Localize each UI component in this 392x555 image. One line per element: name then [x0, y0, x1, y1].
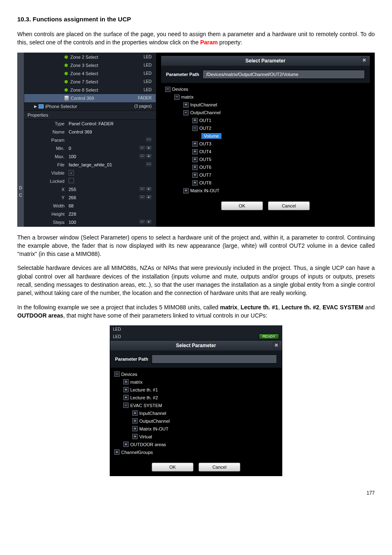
- expand-icon[interactable]: ▶: [34, 104, 37, 108]
- spinner-minus[interactable]: −: [139, 187, 145, 192]
- tree-node[interactable]: +matrix: [110, 378, 282, 386]
- tree-node[interactable]: −Devices: [110, 370, 282, 378]
- side-badge-d[interactable]: D: [18, 184, 23, 192]
- tree-node-label: OUT3: [199, 141, 211, 146]
- tree-node[interactable]: +OUT7: [161, 171, 370, 179]
- param-path-label: Parameter Path: [115, 357, 148, 362]
- tree-node[interactable]: +Matrix IN-OUT: [110, 425, 282, 433]
- tree-node[interactable]: +OUTDOOR areas: [110, 440, 282, 448]
- tree-node[interactable]: +Lecture th. #1: [110, 386, 282, 394]
- text: When controls are placed on the surface …: [17, 31, 375, 46]
- tree-toggle-icon[interactable]: −: [114, 371, 120, 377]
- tree-node[interactable]: +OUT8: [161, 179, 370, 187]
- side-badge-c[interactable]: C: [18, 192, 23, 199]
- spinner-minus[interactable]: −: [139, 146, 145, 151]
- control-list-row[interactable]: ▶iPhone Selector(3 pages): [24, 102, 156, 111]
- spinner-minus[interactable]: −: [139, 195, 145, 200]
- parameter-tree[interactable]: −Devices+matrix+Lecture th. #1+Lecture t…: [110, 368, 282, 458]
- property-value[interactable]: fader_large_white_01: [69, 162, 146, 167]
- tree-toggle-icon[interactable]: +: [132, 426, 138, 431]
- checkbox[interactable]: ✓: [69, 170, 74, 175]
- ok-button[interactable]: OK: [221, 201, 263, 210]
- tree-toggle-icon[interactable]: +: [192, 149, 198, 154]
- tree-toggle-icon[interactable]: +: [123, 442, 129, 447]
- cancel-button[interactable]: Cancel: [268, 201, 310, 210]
- tree-toggle-icon[interactable]: +: [192, 157, 198, 162]
- control-list-row[interactable]: Zone 7 SelectLED: [24, 78, 156, 86]
- tree-node[interactable]: +OUT6: [161, 164, 370, 171]
- tree-node[interactable]: +InputChannel: [161, 101, 370, 109]
- browse-button[interactable]: ⋯: [146, 138, 152, 143]
- tree-node[interactable]: Volume: [161, 132, 370, 140]
- tree-node[interactable]: −OUT2: [161, 124, 370, 132]
- tree-node[interactable]: −EVAC SYSTEM: [110, 401, 282, 409]
- spinner-minus[interactable]: −: [139, 154, 145, 159]
- param-path-value[interactable]: [152, 355, 277, 364]
- property-value[interactable]: Control 369: [69, 129, 153, 134]
- tree-node[interactable]: +OUT3: [161, 140, 370, 148]
- spinner-minus[interactable]: −: [139, 220, 145, 225]
- spinner-plus[interactable]: +: [146, 195, 152, 200]
- tree-toggle-icon[interactable]: +: [192, 173, 198, 178]
- tree-toggle-icon[interactable]: −: [123, 403, 129, 408]
- spinner-plus[interactable]: +: [146, 187, 152, 192]
- tree-node[interactable]: +InputChannel: [110, 409, 282, 417]
- property-value[interactable]: 228: [69, 212, 153, 216]
- tree-toggle-icon[interactable]: −: [165, 87, 171, 92]
- control-label: Zone 4 Select: [70, 71, 144, 76]
- tree-toggle-icon[interactable]: +: [114, 449, 120, 455]
- tree-toggle-icon[interactable]: −: [174, 94, 180, 100]
- tree-node[interactable]: +Matrix IN-OUT: [161, 187, 370, 195]
- tree-toggle-icon[interactable]: +: [123, 395, 129, 400]
- tree-node[interactable]: +OUT4: [161, 148, 370, 156]
- spinner-plus[interactable]: +: [146, 220, 152, 225]
- dialog-close-button[interactable]: ✕: [361, 57, 367, 64]
- param-path-value[interactable]: /Devices/matrix/OutputChannel/OUT2/Volum…: [203, 70, 365, 79]
- checkbox[interactable]: [69, 178, 74, 183]
- browse-button[interactable]: ⋯: [146, 162, 152, 167]
- tree-toggle-icon[interactable]: +: [123, 387, 129, 392]
- tree-node[interactable]: +ChannelGroups: [110, 448, 282, 456]
- tree-toggle-icon[interactable]: +: [183, 102, 189, 108]
- tree-node[interactable]: +OutputChannel: [110, 417, 282, 425]
- dialog-close-button[interactable]: ✕: [273, 342, 279, 348]
- tree-toggle-icon[interactable]: +: [132, 418, 138, 424]
- tree-node[interactable]: +OUT5: [161, 156, 370, 164]
- tree-node[interactable]: +Lecture th. #2: [110, 394, 282, 401]
- tree-node-label: Volume: [201, 133, 221, 139]
- tree-toggle-icon[interactable]: +: [183, 188, 189, 193]
- tree-toggle-icon[interactable]: −: [192, 126, 198, 131]
- tree-toggle-icon[interactable]: +: [132, 434, 138, 439]
- tree-toggle-icon[interactable]: +: [132, 410, 138, 416]
- property-value[interactable]: 100: [69, 220, 139, 225]
- property-value[interactable]: 0: [69, 146, 139, 151]
- control-list-row[interactable]: Control 369FADER: [24, 94, 156, 102]
- spinner-plus[interactable]: +: [146, 146, 152, 151]
- property-value[interactable]: Panel Control: FADER: [69, 121, 153, 126]
- tree-node[interactable]: −matrix: [161, 93, 370, 101]
- tree-node[interactable]: −Devices: [161, 85, 370, 93]
- control-type-tag: LED: [144, 71, 153, 76]
- property-value[interactable]: 266: [69, 195, 139, 200]
- property-value[interactable]: 255: [69, 187, 139, 192]
- tree-toggle-icon[interactable]: +: [192, 165, 198, 170]
- property-value[interactable]: 100: [69, 154, 139, 159]
- cancel-button[interactable]: Cancel: [198, 463, 240, 472]
- control-list-row[interactable]: Zone 4 SelectLED: [24, 69, 156, 78]
- parameter-tree[interactable]: −Devices−matrix+InputChannel−OutputChann…: [161, 83, 370, 197]
- tree-toggle-icon[interactable]: +: [192, 118, 198, 123]
- tree-node[interactable]: −OutputChannel: [161, 109, 370, 117]
- control-list-row[interactable]: Zone 2 SelectLED: [24, 53, 156, 61]
- tree-toggle-icon[interactable]: +: [192, 141, 198, 147]
- control-list-row[interactable]: Zone 3 SelectLED: [24, 61, 156, 69]
- ok-button[interactable]: OK: [152, 463, 194, 472]
- tree-node[interactable]: +OUT1: [161, 117, 370, 124]
- tree-toggle-icon[interactable]: −: [183, 110, 189, 115]
- tree-node-label: Matrix IN-OUT: [190, 188, 219, 193]
- property-value[interactable]: 68: [69, 203, 153, 208]
- tree-node[interactable]: +Virtual: [110, 433, 282, 440]
- control-list-row[interactable]: Zone 8 SelectLED: [24, 86, 156, 94]
- spinner-plus[interactable]: +: [146, 154, 152, 159]
- tree-toggle-icon[interactable]: +: [123, 379, 129, 385]
- tree-toggle-icon[interactable]: +: [192, 180, 198, 186]
